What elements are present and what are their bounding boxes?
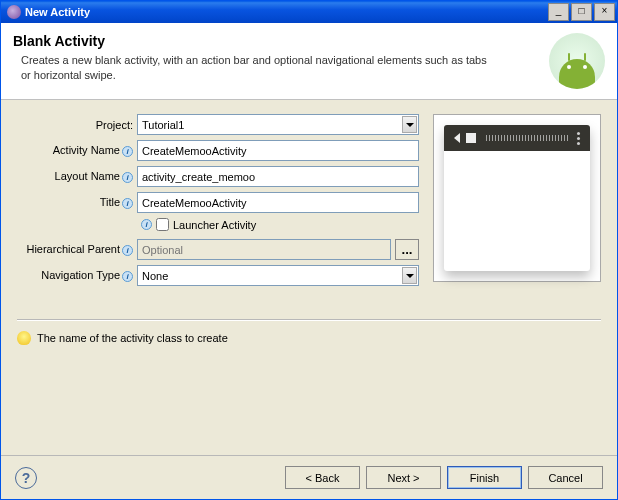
preview-column — [433, 114, 601, 291]
next-button[interactable]: Next > — [366, 466, 441, 489]
help-button[interactable]: ? — [15, 467, 37, 489]
nav-value: None — [142, 270, 168, 282]
device-actionbar — [444, 125, 590, 151]
cancel-button[interactable]: Cancel — [528, 466, 603, 489]
info-icon[interactable]: i — [122, 271, 133, 282]
nav-select[interactable]: None — [137, 265, 419, 286]
title-label: Titlei — [17, 196, 137, 209]
overflow-icon — [577, 132, 580, 145]
page-title: Blank Activity — [13, 33, 549, 49]
info-icon[interactable]: i — [122, 172, 133, 183]
preview-panel — [433, 114, 601, 282]
dialog-header: Blank Activity Creates a new blank activ… — [1, 23, 617, 100]
project-value: Tutorial1 — [142, 119, 184, 131]
form-area: Project: Tutorial1 Activity Namei Layout… — [1, 100, 617, 305]
info-icon[interactable]: i — [122, 198, 133, 209]
dialog-footer: ? < Back Next > Finish Cancel — [1, 455, 617, 499]
project-label: Project: — [17, 119, 137, 131]
dialog-window: New Activity _ □ × Blank Activity Create… — [0, 0, 618, 500]
back-button[interactable]: < Back — [285, 466, 360, 489]
app-icon — [466, 133, 476, 143]
launcher-label: Launcher Activity — [173, 219, 256, 231]
titlebar: New Activity _ □ × — [1, 1, 617, 23]
info-icon[interactable]: i — [141, 219, 152, 230]
chevron-down-icon — [402, 267, 417, 284]
finish-button[interactable]: Finish — [447, 466, 522, 489]
hint-row: The name of the activity class to create — [1, 321, 617, 355]
info-icon[interactable]: i — [122, 146, 133, 157]
maximize-button[interactable]: □ — [571, 3, 592, 21]
close-button[interactable]: × — [594, 3, 615, 21]
layout-name-label: Layout Namei — [17, 170, 137, 183]
lightbulb-icon — [17, 331, 31, 345]
device-mock — [444, 125, 590, 271]
form-column: Project: Tutorial1 Activity Namei Layout… — [17, 114, 419, 291]
activity-name-label: Activity Namei — [17, 144, 137, 157]
parent-input[interactable] — [137, 239, 391, 260]
eclipse-icon — [7, 5, 21, 19]
title-input[interactable] — [137, 192, 419, 213]
nav-label: Navigation Typei — [17, 269, 137, 282]
window-controls: _ □ × — [548, 3, 615, 21]
parent-row: Hierarchical Parenti ... — [17, 239, 419, 260]
activity-name-row: Activity Namei — [17, 140, 419, 161]
chevron-down-icon — [402, 116, 417, 133]
layout-name-input[interactable] — [137, 166, 419, 187]
activity-name-input[interactable] — [137, 140, 419, 161]
project-row: Project: Tutorial1 — [17, 114, 419, 135]
android-icon — [549, 33, 605, 89]
window-title: New Activity — [25, 6, 548, 18]
minimize-button[interactable]: _ — [548, 3, 569, 21]
title-row: Titlei — [17, 192, 419, 213]
layout-name-row: Layout Namei — [17, 166, 419, 187]
browse-button[interactable]: ... — [395, 239, 419, 260]
launcher-checkbox[interactable] — [156, 218, 169, 231]
nav-row: Navigation Typei None — [17, 265, 419, 286]
page-description: Creates a new blank activity, with an ac… — [13, 53, 493, 84]
header-text-block: Blank Activity Creates a new blank activ… — [13, 33, 549, 89]
hint-text: The name of the activity class to create — [37, 332, 228, 344]
back-icon — [454, 133, 460, 143]
launcher-row: i Launcher Activity — [17, 218, 419, 231]
title-placeholder-icon — [484, 135, 569, 141]
flex-spacer — [1, 355, 617, 455]
info-icon[interactable]: i — [122, 245, 133, 256]
project-select[interactable]: Tutorial1 — [137, 114, 419, 135]
parent-label: Hierarchical Parenti — [17, 243, 137, 256]
